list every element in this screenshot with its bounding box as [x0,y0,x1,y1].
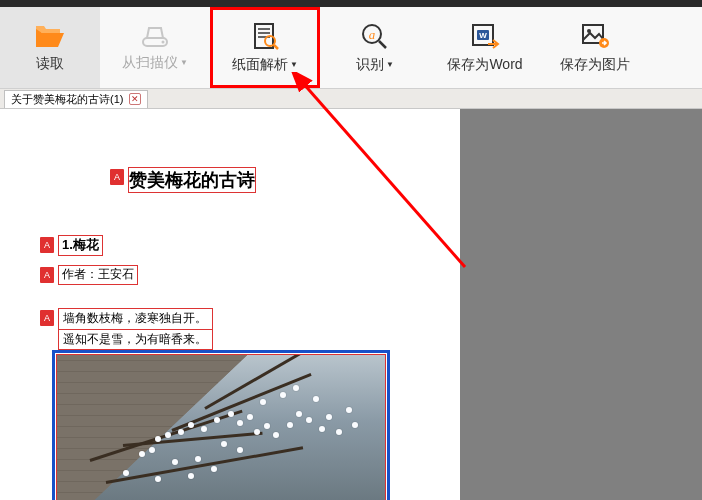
detected-image-region[interactable] [56,354,386,500]
toolbar-save-image[interactable]: 保存为图片 [540,7,650,88]
author-line: 作者：王安石 [58,265,138,285]
toolbar-read[interactable]: 读取 [0,7,100,88]
folder-open-icon [34,23,66,49]
document-title: 赞美梅花的古诗 [128,167,256,193]
recognize-caret-icon: ▼ [386,60,394,69]
svg-text:a: a [369,27,376,42]
image-export-icon [580,22,610,50]
poem-line-2: 遥知不是雪，为有暗香来。 [59,330,212,350]
toolbar-recognize[interactable]: a 识别▼ [320,7,430,88]
side-panel [460,109,702,500]
svg-text:W: W [479,31,487,40]
region-badge: A [110,169,124,185]
page-preview-pane: A 赞美梅花的古诗 A 1.梅花 A 作者：王安石 A 墙角数枝梅，凌寒独自开。… [0,109,460,500]
word-icon: W [470,22,500,50]
region-badge: A [40,267,54,283]
svg-line-7 [274,45,278,49]
main-toolbar: 读取 从扫描仪▼ 纸面解析▼ a 识别▼ W [0,7,702,89]
workspace: A 赞美梅花的古诗 A 1.梅花 A 作者：王安石 A 墙角数枝梅，凌寒独自开。… [0,109,702,500]
toolbar-page-analysis[interactable]: 纸面解析▼ [210,7,320,88]
tab-title: 关于赞美梅花的古诗(1) [11,92,123,107]
tab-close-icon[interactable]: ✕ [129,93,141,105]
document-tab-strip: 关于赞美梅花的古诗(1) ✕ [0,89,702,109]
toolbar-scanner-label: 从扫描仪 [122,54,178,72]
toolbar-save-image-label: 保存为图片 [560,56,630,74]
region-badge: A [40,237,54,253]
toolbar-save-word-label: 保存为Word [447,56,522,74]
poem-line-1: 墙角数枝梅，凌寒独自开。 [59,309,212,330]
window-titlebar [0,0,702,7]
svg-line-10 [379,41,386,48]
scanner-caret-icon: ▼ [180,58,188,67]
document-tab[interactable]: 关于赞美梅花的古诗(1) ✕ [4,90,148,108]
toolbar-save-word[interactable]: W 保存为Word [430,7,540,88]
analysis-caret-icon: ▼ [290,60,298,69]
recognize-icon: a [360,22,390,50]
toolbar-page-analysis-label: 纸面解析 [232,56,288,74]
region-badge: A [40,310,54,326]
toolbar-recognize-label: 识别 [356,56,384,74]
toolbar-scanner[interactable]: 从扫描仪▼ [100,7,210,88]
toolbar-read-label: 读取 [36,55,64,73]
scanner-icon [139,24,171,48]
plum-blossom-photo [57,355,385,500]
poem-block: 墙角数枝梅，凌寒独自开。 遥知不是雪，为有暗香来。 [58,308,213,350]
svg-point-1 [162,40,165,43]
section-heading: 1.梅花 [58,235,103,256]
page-analysis-icon [251,22,279,50]
